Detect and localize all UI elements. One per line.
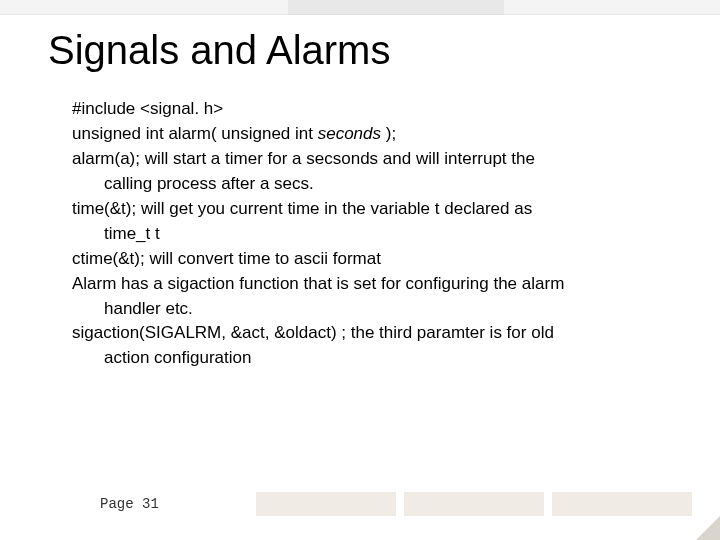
body-line: Alarm has a sigaction function that is s… (72, 273, 690, 296)
top-segment (288, 0, 504, 15)
body-line: unsigned int alarm( unsigned int seconds… (72, 123, 690, 146)
footer-block (404, 492, 544, 516)
body-line: #include <signal. h> (72, 98, 690, 121)
body-line-indent: time_t t (72, 223, 690, 246)
footer-block (552, 492, 692, 516)
body-line-indent: action configuration (72, 347, 690, 370)
top-segment (0, 0, 288, 15)
slide: Signals and Alarms #include <signal. h> … (0, 0, 720, 540)
body-line-indent: calling process after a secs. (72, 173, 690, 196)
text: ); (381, 124, 396, 143)
slide-title: Signals and Alarms (48, 28, 390, 73)
italic-text: seconds (318, 124, 381, 143)
body-line: sigaction(SIGALRM, &act, &oldact) ; the … (72, 322, 690, 345)
footer-decorative-blocks (248, 492, 692, 516)
slide-body: #include <signal. h> unsigned int alarm(… (72, 98, 690, 372)
body-line: ctime(&t); will convert time to ascii fo… (72, 248, 690, 271)
body-line-indent: handler etc. (72, 298, 690, 321)
slide-footer: Page 31 (0, 492, 720, 516)
page-number: Page 31 (100, 496, 159, 512)
footer-block (256, 492, 396, 516)
top-segment (504, 0, 720, 15)
top-decorative-bar (0, 0, 720, 14)
text: unsigned int alarm( unsigned int (72, 124, 318, 143)
page-curl-icon (696, 516, 720, 540)
body-line: time(&t); will get you current time in t… (72, 198, 690, 221)
body-line: alarm(a); will start a timer for a secso… (72, 148, 690, 171)
